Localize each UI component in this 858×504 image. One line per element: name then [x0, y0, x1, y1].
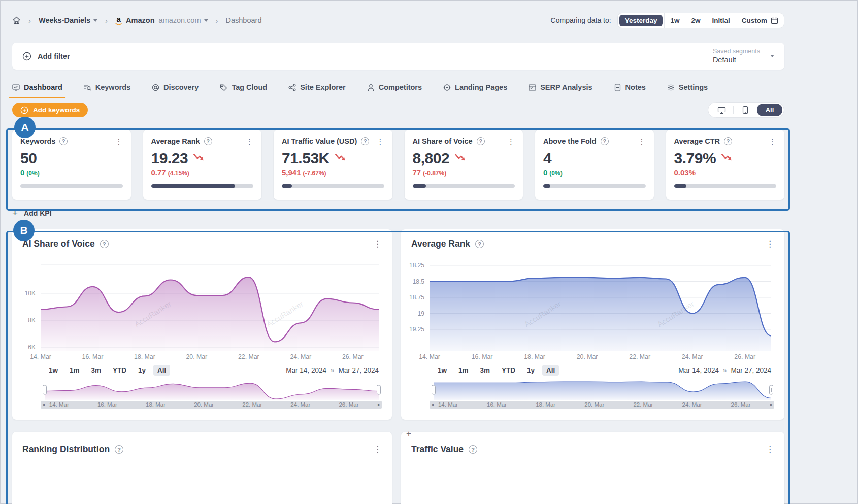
- caret-down-icon: [770, 55, 774, 57]
- tab-discovery[interactable]: Discovery: [149, 81, 202, 98]
- kebab-menu-icon[interactable]: ⋮: [507, 138, 515, 145]
- kpi-card-keywords: Keywords?⋮ 50 0(0%): [12, 130, 131, 200]
- mobile-icon: [742, 106, 748, 114]
- y-axis-tick-label: 18.5: [413, 278, 424, 285]
- tab-site-explorer[interactable]: Site Explorer: [285, 81, 348, 98]
- desktop-device-button[interactable]: [710, 106, 733, 114]
- add-kpi-button[interactable]: + Add KPI: [12, 208, 784, 219]
- range-button-1w[interactable]: 1w: [45, 365, 62, 376]
- tab-landing-pages[interactable]: Landing Pages: [440, 81, 510, 98]
- scrubber-date-strip[interactable]: ◂ ▸ 14. Mar16. Mar18. Mar20. Mar22. Mar2…: [41, 401, 382, 409]
- range-button-1m[interactable]: 1m: [454, 365, 473, 376]
- chart-scrubber[interactable]: [45, 380, 379, 400]
- traffic-value-card: Traffic Value ? ⋮: [401, 432, 784, 504]
- saved-segments-dropdown[interactable]: Saved segments Default: [713, 48, 774, 65]
- help-icon[interactable]: ?: [115, 445, 123, 454]
- add-widget-icon[interactable]: +: [406, 429, 411, 439]
- range-selector: 1w1m3mYTD1yAll: [45, 365, 170, 376]
- sov-area-chart[interactable]: [41, 261, 379, 351]
- kebab-menu-icon[interactable]: ⋮: [769, 138, 776, 145]
- scrubber-handle-right[interactable]: [377, 385, 381, 395]
- home-icon[interactable]: [12, 16, 21, 25]
- y-axis-tick-label: 19: [418, 310, 424, 317]
- kebab-menu-icon[interactable]: ⋮: [766, 445, 774, 454]
- dashboard-toolbar: Add keywords All: [12, 102, 784, 118]
- help-icon[interactable]: ?: [204, 137, 212, 145]
- range-button-all[interactable]: All: [542, 365, 559, 376]
- range-button-3m[interactable]: 3m: [476, 365, 494, 376]
- help-icon[interactable]: ?: [477, 137, 485, 145]
- breadcrumb-separator: ›: [216, 16, 218, 25]
- scrub-right-arrow-icon[interactable]: ▸: [770, 401, 773, 407]
- help-icon[interactable]: ?: [724, 137, 732, 145]
- average-rank-area-chart[interactable]: [430, 261, 771, 351]
- dashboard-tab-icon: [12, 84, 20, 91]
- date-range[interactable]: Mar 14, 2024 » Mar 27, 2024: [678, 366, 771, 374]
- range-button-all[interactable]: All: [153, 365, 170, 376]
- range-button-3m[interactable]: 3m: [87, 365, 106, 376]
- trend-down-icon: [335, 153, 347, 164]
- saved-segments-value: Default: [713, 55, 760, 64]
- compare-option-custom[interactable]: Custom: [736, 13, 784, 28]
- all-devices-button[interactable]: All: [757, 104, 782, 116]
- help-icon[interactable]: ?: [100, 240, 109, 248]
- tab-settings[interactable]: Settings: [664, 81, 711, 98]
- help-icon[interactable]: ?: [475, 240, 484, 248]
- tab-serp-analysis[interactable]: SERP Analysis: [525, 81, 595, 98]
- help-icon[interactable]: ?: [59, 137, 68, 145]
- annotation-label-b: B: [13, 220, 35, 241]
- kebab-menu-icon[interactable]: ⋮: [246, 138, 253, 145]
- help-icon[interactable]: ?: [601, 137, 609, 145]
- compare-option-1w[interactable]: 1w: [664, 13, 685, 28]
- range-button-ytd[interactable]: YTD: [109, 365, 130, 376]
- range-button-1y[interactable]: 1y: [134, 365, 150, 376]
- kpi-card-average-ctr: Average CTR?⋮ 3.79% 0.03%: [666, 130, 785, 200]
- range-button-1y[interactable]: 1y: [523, 365, 539, 376]
- compare-range-control: Yesterday 1w 2w Initial Custom: [617, 13, 784, 28]
- tab-keywords[interactable]: Keywords: [81, 81, 134, 98]
- kebab-menu-icon[interactable]: ⋮: [115, 138, 123, 145]
- help-icon[interactable]: ?: [469, 445, 477, 454]
- chart-scrubber[interactable]: [434, 380, 771, 400]
- breadcrumb-site[interactable]: a Amazon amazon.com: [115, 15, 208, 25]
- compare-option-yesterday[interactable]: Yesterday: [619, 15, 663, 26]
- date-range[interactable]: Mar 14, 2024 » Mar 27, 2024: [286, 366, 379, 374]
- tab-tag-cloud[interactable]: Tag Cloud: [217, 81, 270, 98]
- scrub-left-arrow-icon[interactable]: ◂: [431, 401, 434, 407]
- breadcrumb-project[interactable]: Weeks-Daniels: [39, 16, 97, 24]
- tab-notes[interactable]: Notes: [611, 81, 649, 98]
- kebab-menu-icon[interactable]: ⋮: [638, 138, 646, 145]
- range-button-ytd[interactable]: YTD: [498, 365, 519, 376]
- breadcrumb-separator: ›: [28, 16, 31, 25]
- mobile-device-button[interactable]: [734, 106, 757, 114]
- kebab-menu-icon[interactable]: ⋮: [377, 138, 384, 145]
- range-button-1w[interactable]: 1w: [434, 365, 451, 376]
- kebab-menu-icon[interactable]: ⋮: [373, 445, 382, 454]
- average-rank-chart-card: Average Rank ? ⋮ 18.2518.518.751919.25 A…: [401, 229, 784, 420]
- scrubber-handle-left[interactable]: [43, 385, 47, 395]
- tab-competitors[interactable]: Competitors: [364, 81, 425, 98]
- kpi-change: 5,941(-7.67%): [282, 168, 384, 177]
- y-axis-tick-label: 18.25: [409, 262, 424, 269]
- add-keywords-button[interactable]: Add keywords: [12, 103, 88, 117]
- device-filter-toggle: All: [708, 102, 784, 118]
- scrubber-date-label: 20. Mar: [194, 401, 214, 408]
- help-icon[interactable]: ?: [361, 137, 369, 145]
- scrubber-handle-right[interactable]: [769, 385, 773, 395]
- scrubber-handle-left[interactable]: [432, 385, 436, 395]
- scrubber-date-strip[interactable]: ◂ ▸ 14. Mar16. Mar18. Mar20. Mar22. Mar2…: [430, 401, 774, 409]
- scrubber-date-label: 14. Mar: [438, 401, 458, 408]
- range-button-1m[interactable]: 1m: [65, 365, 84, 376]
- kpi-progress-bar: [413, 184, 515, 188]
- add-filter-button[interactable]: Add filter: [22, 52, 70, 61]
- tab-dashboard[interactable]: Dashboard: [9, 81, 65, 98]
- annotation-label-a: A: [14, 117, 36, 138]
- scrubber-date-label: 18. Mar: [146, 401, 166, 408]
- scrub-right-arrow-icon[interactable]: ▸: [378, 401, 380, 407]
- kebab-menu-icon[interactable]: ⋮: [766, 240, 774, 248]
- compare-option-initial[interactable]: Initial: [706, 13, 735, 28]
- compare-option-2w[interactable]: 2w: [685, 13, 706, 28]
- site-explorer-tab-icon: [288, 84, 296, 91]
- scrub-left-arrow-icon[interactable]: ◂: [42, 401, 45, 407]
- kebab-menu-icon[interactable]: ⋮: [373, 240, 382, 248]
